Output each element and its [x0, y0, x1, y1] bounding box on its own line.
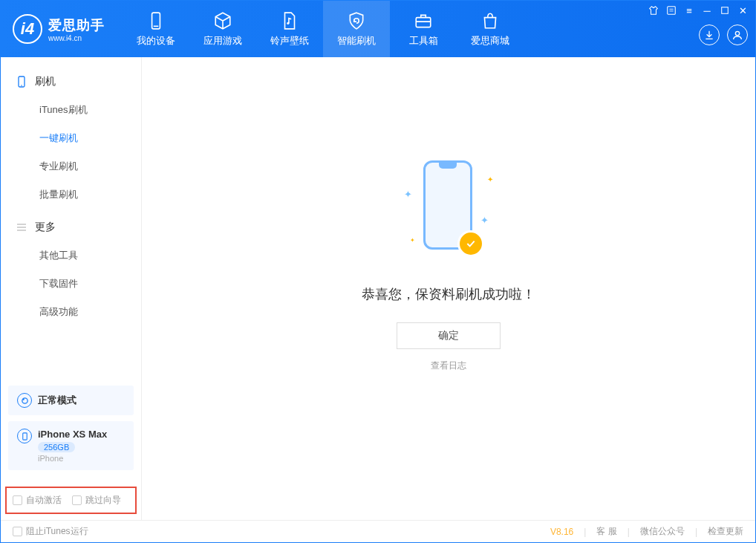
- checkbox-highlight-row: 自动激活 跳过向导: [5, 487, 137, 514]
- toolbox-icon: [413, 10, 434, 31]
- svg-point-8: [735, 31, 739, 35]
- section-title: 更多: [35, 221, 56, 234]
- sparkle-icon: ✦: [404, 189, 412, 200]
- device-panels: 正常模式 iPhone XS Max 256GB iPhone: [1, 386, 141, 482]
- close-button[interactable]: ✕: [737, 5, 748, 16]
- nav-label: 工具箱: [409, 34, 438, 48]
- mode-card[interactable]: 正常模式: [8, 386, 134, 415]
- success-illustration: ✦ ✦ ✦ ✦: [404, 160, 493, 264]
- bag-icon: [480, 10, 501, 31]
- svg-rect-4: [668, 7, 676, 15]
- device-card[interactable]: iPhone XS Max 256GB iPhone: [8, 421, 134, 470]
- svg-rect-7: [722, 7, 729, 14]
- checkbox-block-itunes[interactable]: 阻止iTunes运行: [13, 525, 88, 538]
- header-right: ≡ ─ ✕: [648, 1, 748, 45]
- nav-label: 爱思商城: [471, 34, 509, 48]
- nav-label: 智能刷机: [337, 34, 376, 48]
- header-action-buttons: [699, 20, 748, 45]
- minimize-button[interactable]: ─: [702, 5, 712, 16]
- feedback-icon[interactable]: [666, 5, 677, 16]
- check-update-link[interactable]: 检查更新: [708, 525, 743, 538]
- version-label: V8.16: [550, 527, 573, 537]
- wechat-link[interactable]: 微信公众号: [640, 525, 685, 538]
- header: i4 爱思助手 www.i4.cn 我的设备 应用游戏 铃声壁纸 智能刷机 工具…: [1, 1, 755, 57]
- sparkle-icon: ✦: [487, 175, 493, 183]
- svg-rect-16: [22, 432, 27, 439]
- phone-icon: [16, 76, 27, 88]
- app-subtitle: www.i4.cn: [48, 34, 105, 42]
- footer-left: 阻止iTunes运行: [13, 525, 88, 538]
- nav-label: 应用游戏: [203, 34, 242, 48]
- ok-button[interactable]: 确定: [397, 322, 501, 349]
- sidebar-section-flash: 刷机 iTunes刷机 一键刷机 专业刷机 批量刷机: [1, 69, 141, 209]
- checkbox-icon: [13, 527, 22, 536]
- sparkle-icon: ✦: [410, 237, 415, 244]
- nav-tabs: 我的设备 应用游戏 铃声壁纸 智能刷机 工具箱 爱思商城: [123, 1, 524, 57]
- view-log-link[interactable]: 查看日志: [431, 360, 466, 372]
- svg-rect-1: [154, 26, 159, 27]
- sidebar-item-itunes-flash[interactable]: iTunes刷机: [1, 96, 141, 124]
- nav-ringtone-wallpaper[interactable]: 铃声壁纸: [256, 1, 323, 57]
- sparkle-icon: ✦: [480, 215, 489, 226]
- checkbox-label: 跳过向导: [85, 494, 121, 507]
- user-icon: [731, 29, 743, 41]
- checkbox-skip-guide[interactable]: 跳过向导: [72, 494, 121, 507]
- sidebar-item-onekey-flash[interactable]: 一键刷机: [1, 124, 141, 152]
- device-icon: [146, 10, 166, 31]
- maximize-button[interactable]: [720, 5, 730, 16]
- menu-icon[interactable]: ≡: [684, 5, 694, 16]
- nav-label: 我的设备: [137, 34, 175, 48]
- nav-toolbox[interactable]: 工具箱: [390, 1, 457, 57]
- success-message: 恭喜您，保资料刷机成功啦！: [362, 285, 535, 303]
- footer-right: V8.16 | 客 服 | 微信公众号 | 检查更新: [550, 525, 743, 538]
- footer: 阻止iTunes运行 V8.16 | 客 服 | 微信公众号 | 检查更新: [1, 520, 755, 542]
- checkbox-auto-activate[interactable]: 自动激活: [13, 494, 62, 507]
- nav-label: 铃声壁纸: [270, 34, 309, 48]
- nav-smart-flash[interactable]: 智能刷机: [323, 1, 390, 57]
- user-button[interactable]: [727, 25, 748, 45]
- app-title: 爱思助手: [48, 16, 105, 34]
- device-icon: [17, 429, 32, 443]
- sidebar: 刷机 iTunes刷机 一键刷机 专业刷机 批量刷机 更多 其他工具 下载固件 …: [1, 57, 142, 520]
- nav-store[interactable]: 爱思商城: [457, 1, 524, 57]
- list-icon: [16, 221, 27, 233]
- svg-point-10: [21, 85, 22, 86]
- sidebar-item-batch-flash[interactable]: 批量刷机: [1, 181, 141, 209]
- download-icon: [703, 29, 715, 41]
- sidebar-section-more: 更多 其他工具 下载固件 高级功能: [1, 215, 141, 326]
- body: 刷机 iTunes刷机 一键刷机 专业刷机 批量刷机 更多 其他工具 下载固件 …: [1, 57, 755, 520]
- app-logo[interactable]: i4 爱思助手 www.i4.cn: [13, 14, 105, 44]
- device-type: iPhone: [38, 454, 125, 463]
- logo-icon: i4: [13, 14, 42, 44]
- separator: |: [628, 527, 630, 537]
- check-badge-icon: [457, 230, 484, 257]
- sidebar-header-more[interactable]: 更多: [1, 215, 141, 241]
- sidebar-item-pro-flash[interactable]: 专业刷机: [1, 152, 141, 181]
- download-button[interactable]: [699, 25, 720, 45]
- normal-mode-icon: [17, 393, 32, 408]
- shield-refresh-icon: [346, 10, 367, 31]
- checkbox-icon: [13, 495, 22, 505]
- separator: |: [695, 527, 697, 537]
- sidebar-header-flash[interactable]: 刷机: [1, 69, 141, 96]
- sidebar-item-other-tools[interactable]: 其他工具: [1, 241, 141, 270]
- music-file-icon: [279, 10, 300, 31]
- main-content: ✦ ✦ ✦ ✦ 恭喜您，保资料刷机成功啦！ 确定 查看日志: [142, 57, 755, 520]
- mode-label: 正常模式: [38, 394, 125, 407]
- support-link[interactable]: 客 服: [596, 525, 616, 538]
- svg-point-15: [22, 398, 24, 400]
- separator: |: [584, 527, 586, 537]
- checkbox-label: 阻止iTunes运行: [26, 525, 88, 538]
- checkbox-icon: [72, 495, 82, 505]
- nav-apps-games[interactable]: 应用游戏: [189, 1, 256, 57]
- svg-rect-3: [416, 18, 431, 27]
- cube-icon: [212, 10, 233, 31]
- sidebar-item-advanced[interactable]: 高级功能: [1, 298, 141, 326]
- nav-my-device[interactable]: 我的设备: [123, 1, 189, 57]
- checkbox-label: 自动激活: [26, 494, 62, 507]
- sidebar-item-download-firmware[interactable]: 下载固件: [1, 270, 141, 298]
- shirt-icon[interactable]: [648, 5, 659, 16]
- logo-text: 爱思助手 www.i4.cn: [48, 16, 105, 42]
- window-controls: ≡ ─ ✕: [648, 1, 748, 16]
- device-name: iPhone XS Max: [38, 429, 125, 440]
